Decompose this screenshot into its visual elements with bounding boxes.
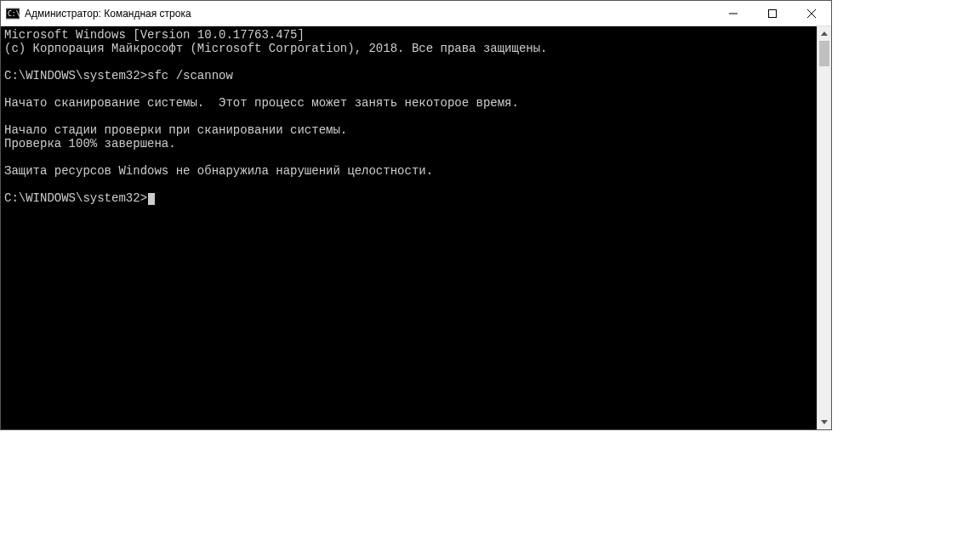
svg-marker-7: [821, 420, 828, 424]
vertical-scrollbar[interactable]: [817, 26, 831, 429]
svg-text:C:\: C:\: [8, 10, 20, 18]
window-controls: [714, 1, 831, 26]
scrollbar-thumb[interactable]: [819, 41, 829, 66]
svg-rect-3: [769, 9, 777, 17]
output-line: Microsoft Windows [Version 10.0.17763.47…: [4, 28, 817, 42]
scroll-up-button[interactable]: [818, 26, 831, 41]
scrollbar-track[interactable]: [818, 41, 831, 415]
close-button[interactable]: [792, 1, 831, 26]
titlebar[interactable]: C:\ Администратор: Командная строка: [1, 1, 831, 26]
prompt-line: C:\WINDOWS\system32>sfc /scannow: [4, 69, 817, 82]
output-line: [4, 151, 817, 164]
output-line: [4, 82, 817, 96]
prompt-command: sfc /scannow: [147, 69, 233, 82]
prompt-path: C:\WINDOWS\system32>: [4, 191, 147, 205]
window-title: Администратор: Командная строка: [25, 8, 714, 20]
terminal-output[interactable]: Microsoft Windows [Version 10.0.17763.47…: [1, 26, 817, 429]
output-line: Начато сканирование системы. Этот процес…: [4, 96, 817, 110]
output-line: Проверка 100% завершена.: [4, 137, 817, 151]
cursor: [148, 193, 155, 205]
client-area: Microsoft Windows [Version 10.0.17763.47…: [1, 26, 831, 429]
output-line: Начало стадии проверки при сканировании …: [4, 123, 817, 137]
output-line: [4, 178, 817, 191]
cmd-window: C:\ Администратор: Командная строка Micr…: [0, 0, 832, 430]
prompt-path: C:\WINDOWS\system32>: [4, 69, 147, 82]
output-line: (c) Корпорация Майкрософт (Microsoft Cor…: [4, 42, 817, 55]
output-line: [4, 55, 817, 69]
cmd-icon: C:\: [6, 7, 20, 20]
svg-marker-6: [821, 31, 828, 36]
scroll-down-button[interactable]: [818, 415, 831, 429]
output-line: [4, 110, 817, 123]
minimize-button[interactable]: [714, 1, 753, 26]
output-line: Защита ресурсов Windows не обнаружила на…: [4, 164, 817, 178]
maximize-button[interactable]: [753, 1, 792, 26]
prompt-line: C:\WINDOWS\system32>: [4, 191, 817, 205]
